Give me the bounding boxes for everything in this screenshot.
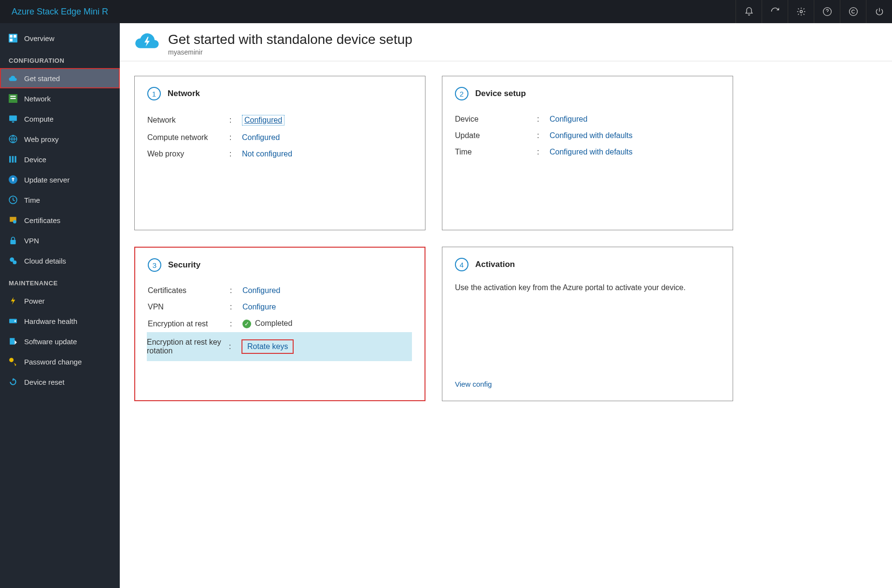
svg-point-19 [13, 220, 16, 224]
svg-point-24 [14, 320, 16, 322]
sidebar-item-vpn[interactable]: VPN [0, 230, 120, 251]
page-header: Get started with standalone device setup… [120, 23, 892, 61]
app-title: Azure Stack Edge Mini R [12, 7, 108, 17]
certificate-icon [9, 216, 17, 224]
sidebar-item-web-proxy[interactable]: Web proxy [0, 129, 120, 149]
kv-value-link[interactable]: Rotate keys [241, 339, 294, 354]
sidebar-item-overview[interactable]: Overview [0, 28, 120, 48]
kv-label: Encryption at rest key rotation [147, 338, 229, 355]
step-number: 1 [147, 87, 161, 100]
card-activation: 4Activation Use the activation key from … [442, 247, 733, 401]
kv-value-link[interactable]: Configured [242, 286, 280, 295]
bars-icon [9, 155, 17, 164]
sidebar-item-label: Software update [24, 337, 77, 346]
step-number: 2 [455, 87, 468, 100]
kv-row: Encryption at rest:✓Completed [148, 315, 412, 332]
kv-label: Encryption at rest [148, 320, 230, 328]
kv-row: Time:Configured with defaults [455, 144, 720, 160]
kv-value-link[interactable]: Configured [550, 115, 587, 124]
kv-label: Update [455, 131, 537, 140]
sidebar-item-update-server[interactable]: Update server [0, 169, 120, 190]
svg-rect-9 [10, 98, 15, 99]
reset-icon [9, 378, 17, 386]
page-title: Get started with standalone device setup [168, 32, 412, 47]
svg-rect-11 [12, 122, 14, 123]
sidebar-item-label: Power [24, 297, 45, 305]
help-icon[interactable] [814, 0, 840, 23]
svg-rect-14 [12, 156, 14, 163]
kv-value-link[interactable]: Configured with defaults [550, 148, 633, 156]
sidebar-item-label: Update server [24, 176, 70, 184]
kv-value-link[interactable]: Configure [242, 303, 276, 311]
svg-rect-8 [10, 96, 15, 97]
sidebar: Overview Configuration Get startedNetwor… [0, 23, 120, 588]
sidebar-item-label: Time [24, 196, 40, 204]
kv-label: Certificates [148, 286, 230, 295]
kv-label: Network [147, 116, 229, 125]
kv-row: VPN:Configure [148, 299, 412, 315]
sidebar-item-power[interactable]: Power [0, 291, 120, 311]
sidebar-item-software-update[interactable]: Software update [0, 331, 120, 351]
card-description: Use the activation key from the Azure po… [455, 282, 720, 294]
svg-rect-15 [14, 156, 16, 163]
step-number: 4 [455, 258, 468, 271]
svg-point-22 [13, 260, 16, 264]
kv-value: ✓Completed [242, 319, 292, 328]
card-title: Network [168, 89, 200, 98]
sidebar-item-label: Get started [24, 74, 60, 83]
svg-rect-6 [10, 39, 13, 42]
lock-icon [9, 236, 17, 245]
kv-row: Update:Configured with defaults [455, 127, 720, 144]
upload-icon [9, 175, 17, 184]
monitor-icon [9, 114, 17, 123]
svg-rect-10 [9, 115, 17, 121]
cloud-bolt-icon [9, 74, 17, 83]
gears-icon [9, 256, 17, 265]
kv-value-link[interactable]: Not configured [242, 150, 292, 158]
sidebar-item-hardware-health[interactable]: Hardware health [0, 311, 120, 331]
card-device-setup: 2Device setup Device:ConfiguredUpdate:Co… [442, 76, 733, 230]
card-security: 3Security Certificates:ConfiguredVPN:Con… [134, 247, 425, 401]
sidebar-item-certificates[interactable]: Certificates [0, 210, 120, 230]
bell-icon[interactable] [736, 0, 762, 23]
sidebar-item-device-reset[interactable]: Device reset [0, 372, 120, 392]
sidebar-item-get-started[interactable]: Get started [0, 68, 120, 88]
kv-row: Device:Configured [455, 111, 720, 127]
kv-row: Certificates:Configured [148, 282, 412, 299]
server-icon [9, 94, 17, 103]
svg-rect-25 [10, 338, 14, 345]
sidebar-item-label: Cloud details [24, 257, 66, 265]
sidebar-item-label: Network [24, 95, 51, 103]
svg-point-26 [9, 358, 14, 362]
sidebar-item-label: Certificates [24, 216, 60, 224]
sidebar-item-device[interactable]: Device [0, 149, 120, 169]
gear-icon[interactable] [788, 0, 814, 23]
view-config-link[interactable]: View config [455, 380, 492, 388]
card-title: Security [168, 260, 200, 270]
kv-label: VPN [148, 303, 230, 311]
sidebar-item-network[interactable]: Network [0, 88, 120, 109]
clock-icon [9, 196, 17, 204]
sidebar-item-label: Device reset [24, 378, 64, 386]
sidebar-item-cloud-details[interactable]: Cloud details [0, 251, 120, 271]
svg-rect-20 [10, 240, 15, 244]
kv-label: Time [455, 148, 537, 156]
svg-point-0 [800, 11, 802, 13]
kv-label: Compute network [147, 133, 229, 142]
sidebar-item-compute[interactable]: Compute [0, 109, 120, 129]
card-title: Activation [475, 260, 515, 269]
sidebar-item-password-change[interactable]: Password change [0, 351, 120, 372]
kv-value-link[interactable]: Configured [242, 115, 284, 126]
sidebar-item-time[interactable]: Time [0, 190, 120, 210]
kv-value-link[interactable]: Configured with defaults [550, 131, 633, 140]
copyright-icon[interactable] [840, 0, 866, 23]
svg-rect-5 [14, 35, 16, 38]
key-icon [9, 357, 17, 366]
kv-value-link[interactable]: Configured [242, 133, 280, 142]
topbar-actions [736, 0, 892, 23]
refresh-icon[interactable] [762, 0, 788, 23]
sidebar-item-label: Web proxy [24, 135, 58, 143]
sidebar-item-label: Overview [24, 34, 55, 42]
kv-label: Web proxy [147, 150, 229, 158]
power-icon[interactable] [866, 0, 892, 23]
